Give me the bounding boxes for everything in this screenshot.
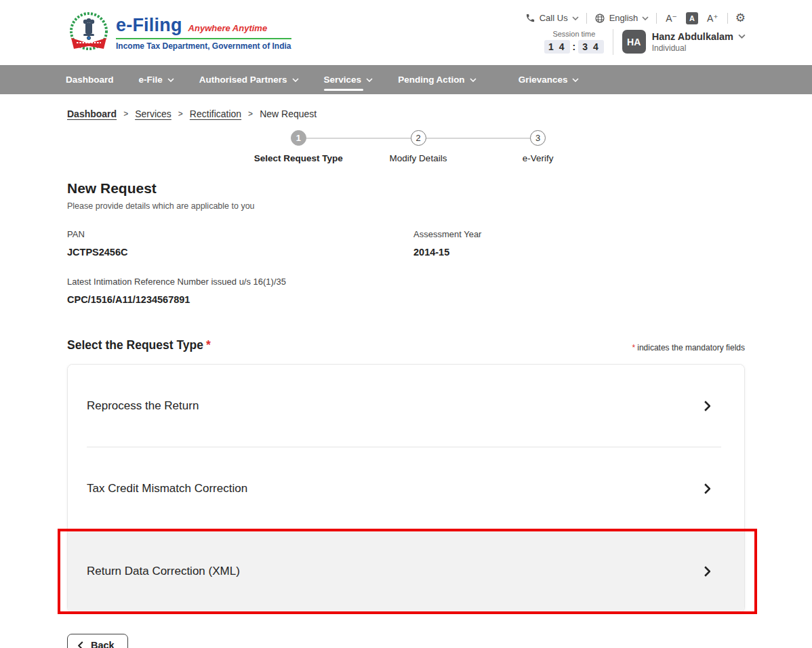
chevron-down-icon <box>572 16 579 20</box>
chevron-right-icon <box>704 483 710 494</box>
pan-value: JCTPS2456C <box>67 247 413 258</box>
divider <box>727 13 728 24</box>
page-title: New Request <box>67 180 745 197</box>
avatar: HA <box>622 30 646 54</box>
chevron-down-icon <box>642 16 649 20</box>
breadcrumb-separator: > <box>178 109 183 119</box>
nav-item-services[interactable]: Services <box>324 65 373 94</box>
chevron-down-icon <box>470 78 476 82</box>
divider <box>613 29 613 55</box>
breadcrumb-rectification[interactable]: Rectification <box>190 108 241 119</box>
user-row: Session time 1 4 : 3 4 HA Hanz Abdulkala… <box>544 29 746 55</box>
user-menu[interactable]: HA Hanz Abdulkalam Individual <box>622 30 746 54</box>
request-type-options-card: Reprocess the Return Tax Credit Mismatch… <box>67 364 745 613</box>
option-tax-credit-mismatch-correction[interactable]: Tax Credit Mismatch Correction <box>68 447 744 529</box>
main-content: New Request Please provide details which… <box>67 180 745 648</box>
step-label: Modify Details <box>390 153 447 163</box>
session-time-label: Session time <box>552 30 595 38</box>
incometax-emblem-icon <box>67 11 110 54</box>
note-asterisk: * <box>632 343 636 352</box>
logo-divider <box>116 38 291 39</box>
step-circle: 1 <box>291 130 306 146</box>
breadcrumb-current: New Request <box>260 108 317 119</box>
language-menu[interactable]: English <box>594 13 649 24</box>
phone-icon <box>525 13 535 23</box>
divider <box>656 13 657 24</box>
nav-item-efile[interactable]: e-File <box>139 65 174 94</box>
chevron-down-icon <box>292 78 299 82</box>
step-label: e-Verify <box>523 153 554 163</box>
option-return-data-correction-xml[interactable]: Return Data Correction (XML) <box>68 530 744 612</box>
chevron-down-icon <box>366 78 373 82</box>
breadcrumb-separator: > <box>248 109 253 119</box>
efiling-logo[interactable]: e-Filing Anywhere Anytime Income Tax Dep… <box>67 11 291 54</box>
font-increase-button[interactable]: A⁺ <box>706 13 720 24</box>
intimation-field: Latest Intimation Reference Number issue… <box>67 277 745 305</box>
assessment-year-label: Assessment Year <box>413 229 745 239</box>
back-button-label: Back <box>91 640 115 648</box>
header: e-Filing Anywhere Anytime Income Tax Dep… <box>0 0 812 65</box>
option-label: Tax Credit Mismatch Correction <box>87 482 247 495</box>
step-modify-details: 2 Modify Details <box>359 130 479 163</box>
breadcrumb-dashboard[interactable]: Dashboard <box>67 108 117 119</box>
progress-stepper: 1 Select Request Type 2 Modify Details 3… <box>239 130 598 163</box>
required-asterisk: * <box>206 338 211 352</box>
pan-field: PAN JCTPS2456C <box>67 229 413 258</box>
step-label: Select Request Type <box>254 153 343 163</box>
nav-item-grievances[interactable]: Grievances <box>519 65 580 94</box>
intimation-label: Latest Intimation Reference Number issue… <box>67 277 745 287</box>
chevron-right-icon <box>704 401 710 411</box>
main-navbar: Dashboard e-File Authorised Partners Ser… <box>0 65 812 94</box>
header-right: Call Us English A⁻ A A⁺ ⚙ Session time 1… <box>525 11 746 55</box>
user-name: Hanz Abdulkalam <box>652 31 733 42</box>
page-subtitle: Please provide details which are applica… <box>67 201 745 211</box>
step-circle: 2 <box>411 130 426 146</box>
brand-tagline: Anywhere Anytime <box>188 23 268 33</box>
breadcrumb: Dashboard > Services > Rectification > N… <box>67 108 812 119</box>
call-us-menu[interactable]: Call Us <box>525 13 579 23</box>
session-timer: Session time 1 4 : 3 4 <box>544 30 604 54</box>
brand-title: e-Filing <box>116 15 182 36</box>
request-type-heading-text: Select the Request Type <box>67 338 203 352</box>
assessment-year-field: Assessment Year 2014-15 <box>413 229 745 258</box>
nav-label: Authorised Partners <box>199 75 287 85</box>
active-nav-underline <box>324 89 363 91</box>
option-label: Reprocess the Return <box>87 399 199 413</box>
intimation-value: CPC/1516/A11/1234567891 <box>67 294 745 305</box>
step-everify: 3 e-Verify <box>478 130 598 163</box>
nav-item-pending-action[interactable]: Pending Action <box>398 65 476 94</box>
user-role: Individual <box>652 43 746 53</box>
chevron-right-icon <box>704 566 710 577</box>
step-circle: 3 <box>530 130 546 146</box>
session-seconds: 3 4 <box>578 40 603 54</box>
font-decrease-button[interactable]: A⁻ <box>664 13 678 24</box>
option-reprocess-the-return[interactable]: Reprocess the Return <box>68 365 744 447</box>
nav-label: e-File <box>139 75 163 85</box>
chevron-down-icon <box>738 34 746 39</box>
nav-item-dashboard[interactable]: Dashboard <box>66 65 114 94</box>
session-colon: : <box>573 41 576 52</box>
nav-item-authorised-partners[interactable]: Authorised Partners <box>199 65 299 94</box>
logo-text: e-Filing Anywhere Anytime Income Tax Dep… <box>116 15 291 51</box>
breadcrumb-services[interactable]: Services <box>135 108 171 119</box>
chevron-down-icon <box>572 78 579 82</box>
settings-gear-icon[interactable]: ⚙ <box>735 12 746 24</box>
department-title: Income Tax Department, Government of Ind… <box>116 41 291 51</box>
session-minutes: 1 4 <box>544 40 569 54</box>
nav-label: Pending Action <box>398 75 465 85</box>
breadcrumb-separator: > <box>123 109 128 119</box>
divider <box>586 13 587 24</box>
nav-label: Grievances <box>519 75 568 85</box>
mandatory-note-text: indicates the mandatory fields <box>637 343 745 352</box>
section-header-row: Select the Request Type* *indicates the … <box>67 338 745 352</box>
call-us-label: Call Us <box>540 13 568 23</box>
mandatory-note: *indicates the mandatory fields <box>632 343 745 352</box>
globe-icon <box>594 13 605 24</box>
back-button[interactable]: Back <box>67 634 128 648</box>
option-label: Return Data Correction (XML) <box>87 565 240 578</box>
request-type-heading: Select the Request Type* <box>67 338 211 352</box>
assessment-year-value: 2014-15 <box>413 247 745 258</box>
nav-label: Services <box>324 75 362 85</box>
font-contrast-button[interactable]: A <box>686 12 698 24</box>
pan-label: PAN <box>67 229 413 239</box>
